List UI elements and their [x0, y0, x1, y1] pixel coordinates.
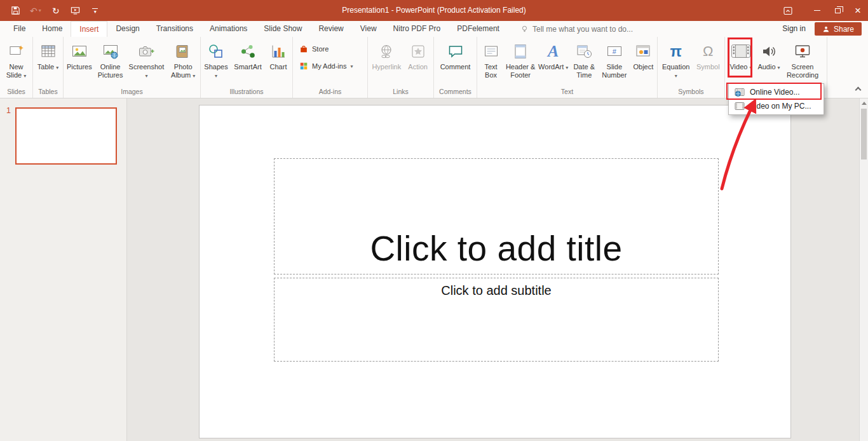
table-label: Table [37, 63, 54, 71]
title-placeholder[interactable]: Click to add title [274, 158, 719, 275]
video-button[interactable]: Video ▾ [728, 38, 754, 72]
dropdown-arrow-icon: ▾ [350, 64, 353, 69]
redo-icon: ↻ [52, 6, 60, 16]
slide-canvas[interactable]: Click to add title Click to add subtitle [199, 105, 791, 438]
tab-pdfelement[interactable]: PDFelement [449, 21, 508, 37]
customize-qat-button[interactable]: ▾ [90, 4, 100, 17]
window-controls: × [778, 0, 868, 21]
hyperlink-icon [378, 41, 395, 62]
person-icon [822, 25, 830, 33]
share-button[interactable]: Share [815, 22, 862, 36]
table-button[interactable]: Table ▾ [35, 38, 62, 72]
audio-button[interactable]: Audio ▾ [757, 38, 781, 72]
tab-view[interactable]: View [352, 21, 385, 37]
menu-item-online-video[interactable]: Online Video... [729, 85, 824, 99]
screen-recording-icon [794, 41, 811, 62]
header-footer-button[interactable]: Header & Footer [505, 38, 536, 79]
restore-icon [835, 8, 841, 13]
online-pictures-label: Online Pictures [98, 63, 123, 79]
smartart-button[interactable]: SmartArt [231, 38, 264, 71]
group-content-text: Text Box Header & Footer A WordArt ▾ [477, 37, 657, 87]
equation-icon: π [670, 41, 681, 62]
store-button[interactable]: Store [299, 44, 329, 53]
tab-design[interactable]: Design [107, 21, 147, 37]
slide-number-label: Slide Number [602, 63, 627, 79]
text-box-button[interactable]: Text Box [478, 38, 504, 79]
ribbon-display-options-button[interactable] [778, 0, 798, 21]
shapes-icon [208, 41, 224, 62]
object-button[interactable]: Object [630, 38, 656, 71]
symbol-button[interactable]: Ω Symbol [694, 38, 722, 71]
dropdown-arrow-icon: ▾ [675, 73, 677, 79]
slide-thumbnail-panel: 1 [0, 98, 127, 441]
shapes-button[interactable]: Shapes ▾ [202, 38, 230, 80]
ribbon-group-illustrations: Shapes ▾ SmartArt Chart Illustrations [201, 37, 293, 98]
dropdown-arrow-icon: ▾ [778, 65, 780, 71]
close-button[interactable]: × [848, 0, 868, 21]
my-addins-button[interactable]: My Add-ins ▾ [299, 62, 353, 71]
save-button[interactable] [10, 4, 20, 17]
new-slide-button[interactable]: New Slide ▾ [3, 38, 31, 80]
save-icon [11, 6, 20, 15]
pictures-icon [71, 41, 88, 62]
tab-nitro-pdf-pro[interactable]: Nitro PDF Pro [385, 21, 449, 37]
tab-file[interactable]: File [5, 21, 34, 37]
date-time-button[interactable]: Date & Time [570, 38, 598, 79]
tell-me-box[interactable]: Tell me what you want to do... [520, 21, 633, 37]
group-label-links: Links [368, 87, 433, 97]
date-time-label: Date & Time [573, 63, 595, 79]
slide-number-button[interactable]: # Slide Number [599, 38, 630, 79]
ribbon-group-symbols: π Equation ▾ Ω Symbol Symbols [658, 37, 725, 98]
group-content-illustrations: Shapes ▾ SmartArt Chart [201, 37, 292, 87]
subtitle-placeholder[interactable]: Click to add subtitle [274, 278, 719, 362]
store-label: Store [312, 45, 329, 53]
ribbon-group-slides: New Slide ▾ Slides [0, 37, 33, 98]
object-icon [635, 41, 651, 62]
restore-button[interactable] [827, 0, 848, 21]
photo-album-button[interactable]: Photo Album ▾ [167, 38, 199, 80]
video-dropdown-menu: Online Video... Video on My PC... [728, 83, 824, 115]
undo-button[interactable]: ↶▾ [30, 4, 41, 17]
scrollbar-thumb[interactable] [861, 109, 867, 159]
header-footer-icon [512, 41, 529, 62]
screen-recording-button[interactable]: Screen Recording [784, 38, 821, 79]
tab-transitions[interactable]: Transitions [148, 21, 201, 37]
table-icon [40, 41, 57, 62]
sign-in-link[interactable]: Sign in [773, 21, 815, 37]
slide-thumbnail[interactable] [15, 107, 117, 165]
close-icon: × [855, 5, 861, 16]
audio-label: Audio [757, 63, 775, 71]
tab-home[interactable]: Home [34, 21, 71, 37]
menu-item-video-on-my-pc[interactable]: Video on My PC... [729, 99, 824, 113]
comment-button[interactable]: Comment [438, 38, 473, 71]
group-content-addins: Store My Add-ins ▾ [293, 37, 367, 87]
subtitle-placeholder-text: Click to add subtitle [441, 283, 551, 298]
equation-button[interactable]: π Equation ▾ [660, 38, 692, 80]
tab-review[interactable]: Review [310, 21, 351, 37]
minimize-button[interactable] [807, 0, 827, 21]
tab-insert[interactable]: Insert [71, 21, 107, 37]
dropdown-arrow-icon: ▾ [193, 73, 195, 79]
collapse-ribbon-button[interactable] [854, 86, 862, 93]
video-icon [731, 41, 751, 62]
title-placeholder-text: Click to add title [370, 228, 622, 269]
hyperlink-button[interactable]: Hyperlink [370, 38, 402, 71]
dropdown-arrow-icon: ▾ [24, 73, 26, 79]
symbol-icon: Ω [703, 41, 713, 62]
ribbon-group-comments: Comment Comments [434, 37, 477, 98]
start-from-beginning-button[interactable] [71, 4, 81, 17]
chart-button[interactable]: Chart [266, 38, 291, 71]
tab-slide-show[interactable]: Slide Show [255, 21, 310, 37]
pictures-button[interactable]: Pictures [65, 38, 94, 71]
dropdown-arrow-icon: ▾ [94, 10, 97, 13]
audio-icon [761, 41, 777, 62]
scroll-up-arrow-icon[interactable] [862, 102, 867, 105]
tab-animations[interactable]: Animations [201, 21, 255, 37]
online-pictures-button[interactable]: Online Pictures [95, 38, 126, 79]
redo-button[interactable]: ↻ [51, 4, 61, 17]
smartart-icon [240, 41, 256, 62]
screenshot-button[interactable]: Screenshot ▾ [126, 38, 166, 80]
vertical-scrollbar[interactable] [859, 98, 868, 441]
action-button[interactable]: Action [405, 38, 431, 71]
wordart-button[interactable]: A WordArt ▾ [538, 38, 569, 72]
